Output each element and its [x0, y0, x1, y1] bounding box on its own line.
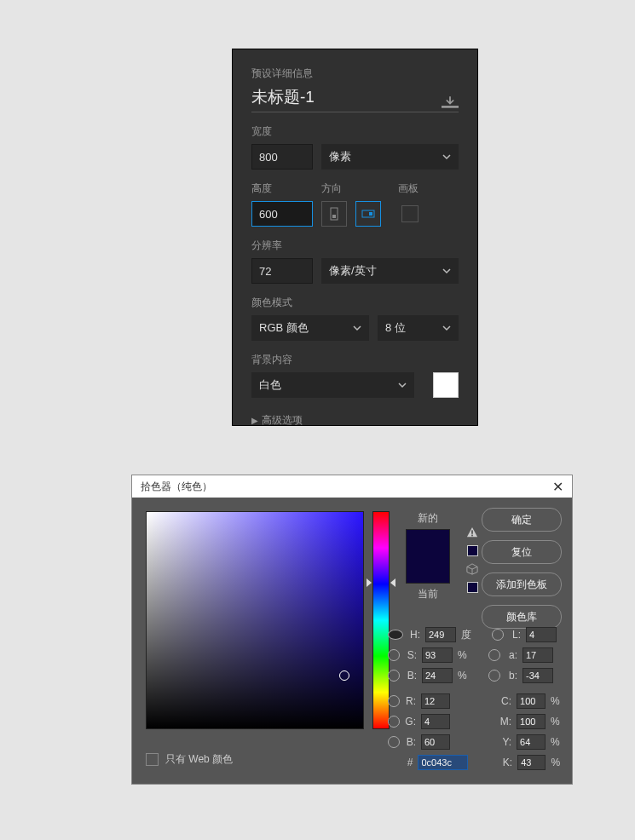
hex-input[interactable]: 0c043c: [418, 755, 467, 770]
web-colors-label: 只有 Web 颜色: [165, 752, 233, 767]
s-label: S:: [405, 649, 417, 661]
orientation-portrait-button[interactable]: [321, 201, 347, 227]
orientation-landscape-button[interactable]: [355, 201, 381, 227]
new-document-panel: 预设详细信息 未标题-1 宽度 800 像素 高度 方向 画板 600: [232, 49, 478, 426]
hex-prefix: #: [402, 757, 413, 768]
h-input[interactable]: 249: [425, 627, 456, 642]
a-radio[interactable]: [488, 649, 500, 661]
b-input[interactable]: -34: [522, 668, 553, 683]
c-input[interactable]: 100: [517, 693, 546, 709]
current-color-swatch[interactable]: [407, 556, 449, 583]
orientation-label: 方向: [321, 181, 398, 196]
b-radio[interactable]: [488, 670, 500, 682]
current-color-label: 当前: [418, 587, 438, 601]
background-select[interactable]: 白色: [251, 372, 414, 398]
g-radio[interactable]: [388, 716, 400, 728]
a-label: a:: [505, 649, 517, 661]
r-input[interactable]: 12: [421, 693, 450, 709]
k-input[interactable]: 43: [517, 755, 546, 770]
close-icon[interactable]: ✕: [552, 479, 563, 495]
y-input[interactable]: 64: [517, 734, 546, 750]
s-radio[interactable]: [388, 649, 400, 661]
svg-rect-6: [471, 535, 473, 537]
background-value: 白色: [259, 377, 281, 393]
artboard-label: 画板: [398, 181, 419, 196]
advanced-options-toggle[interactable]: ▶ 高级选项: [251, 413, 459, 428]
h-label: H:: [408, 629, 420, 641]
svg-rect-4: [369, 212, 372, 216]
s-input[interactable]: 93: [422, 647, 453, 663]
chevron-down-icon: [353, 324, 361, 332]
y-label: Y:: [499, 736, 511, 748]
bc-radio[interactable]: [388, 736, 400, 748]
ok-button[interactable]: 确定: [482, 508, 562, 532]
height-input[interactable]: 600: [251, 201, 313, 227]
bc-input[interactable]: 60: [421, 734, 450, 750]
height-label: 高度: [251, 181, 321, 196]
new-color-swatch: [407, 530, 449, 556]
chevron-right-icon: ▶: [251, 416, 258, 425]
bv-label: B:: [405, 670, 417, 682]
artboard-checkbox[interactable]: [401, 205, 419, 222]
r-radio[interactable]: [388, 695, 400, 707]
h-radio[interactable]: [388, 630, 403, 640]
bv-radio[interactable]: [388, 670, 400, 682]
bitdepth-select[interactable]: 8 位: [378, 315, 459, 341]
y-unit: %: [551, 736, 562, 748]
gamut-warning-swatch[interactable]: [467, 545, 478, 556]
dialog-titlebar: 拾色器（纯色） ✕: [132, 475, 572, 498]
k-label: K:: [500, 757, 512, 768]
colormode-label: 颜色模式: [251, 296, 459, 310]
s-unit: %: [458, 649, 470, 661]
k-unit: %: [551, 757, 562, 768]
resolution-unit-value: 像素/英寸: [329, 263, 377, 279]
color-field[interactable]: [146, 511, 364, 729]
width-label: 宽度: [251, 124, 459, 139]
color-values-grid: H: 249 度 L: 4 S: 93 % a: 17 B:: [388, 624, 562, 772]
g-label: G:: [405, 716, 416, 728]
color-field-cursor: [339, 670, 349, 681]
b-label: b:: [505, 670, 517, 682]
hue-thumb-icon: [390, 578, 395, 587]
reset-button[interactable]: 复位: [482, 540, 562, 564]
preset-details-label: 预设详细信息: [251, 66, 459, 81]
cube-icon[interactable]: [466, 563, 478, 575]
chevron-down-icon: [442, 324, 451, 332]
resolution-input[interactable]: 72: [251, 258, 313, 284]
bitdepth-value: 8 位: [385, 320, 406, 336]
save-preset-icon[interactable]: [442, 96, 459, 108]
l-radio[interactable]: [492, 629, 504, 641]
colormode-value: RGB 颜色: [259, 320, 309, 336]
svg-rect-0: [442, 106, 459, 108]
chevron-down-icon: [442, 267, 451, 275]
g-input[interactable]: 4: [421, 714, 450, 729]
m-input[interactable]: 100: [517, 714, 546, 729]
bc-label: B:: [405, 736, 416, 748]
width-unit-select[interactable]: 像素: [321, 144, 459, 170]
hue-slider[interactable]: [372, 511, 390, 729]
websafe-swatch[interactable]: [467, 582, 478, 593]
resolution-label: 分辨率: [251, 239, 459, 253]
width-unit-value: 像素: [329, 149, 351, 164]
bv-unit: %: [458, 670, 470, 682]
background-swatch[interactable]: [433, 372, 459, 398]
bv-input[interactable]: 24: [422, 668, 453, 683]
c-unit: %: [551, 695, 562, 707]
gamut-warning-icon[interactable]: [466, 526, 478, 538]
l-label: L:: [509, 629, 521, 641]
m-unit: %: [551, 716, 562, 728]
document-title-input[interactable]: 未标题-1: [251, 86, 315, 108]
web-colors-checkbox[interactable]: [146, 753, 159, 766]
width-input[interactable]: 800: [251, 144, 313, 170]
add-to-swatches-button[interactable]: 添加到色板: [482, 572, 562, 596]
hue-thumb-icon: [367, 578, 372, 587]
background-label: 背景内容: [251, 353, 459, 367]
colormode-select[interactable]: RGB 颜色: [251, 315, 369, 341]
chevron-down-icon: [398, 381, 407, 389]
l-input[interactable]: 4: [526, 627, 557, 642]
h-unit: 度: [461, 628, 473, 642]
r-label: R:: [405, 695, 416, 707]
a-input[interactable]: 17: [522, 647, 553, 663]
resolution-unit-select[interactable]: 像素/英寸: [321, 258, 459, 284]
dialog-title: 拾色器（纯色）: [141, 480, 212, 494]
